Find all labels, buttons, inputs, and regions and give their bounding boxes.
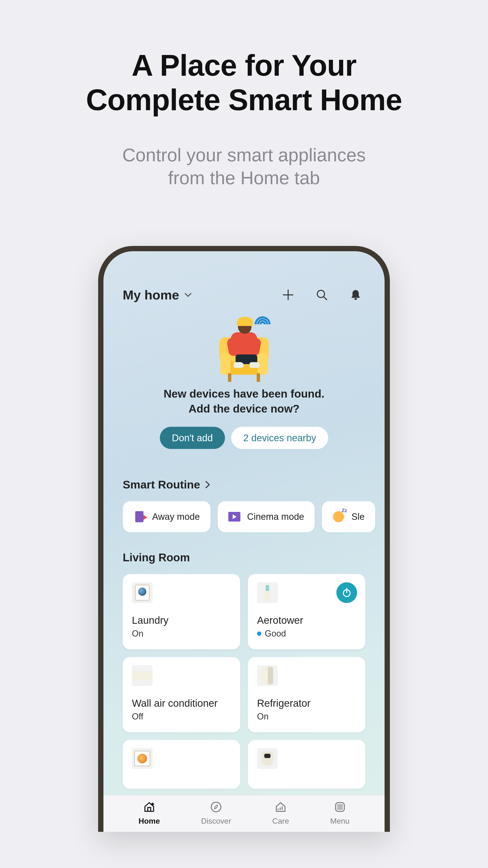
oven-icon xyxy=(132,748,153,769)
robot-icon xyxy=(257,748,278,769)
nav-label: Discover xyxy=(201,817,231,826)
ac-icon xyxy=(132,665,153,686)
cinema-mode-icon xyxy=(228,512,240,522)
banner-line1: New devices have been found. xyxy=(103,386,385,401)
wifi-icon xyxy=(258,316,276,332)
svg-point-2 xyxy=(317,290,325,298)
bell-icon xyxy=(349,289,362,301)
device-card-aerotower[interactable]: Aerotower Good xyxy=(248,574,365,649)
compass-icon xyxy=(209,800,223,814)
dont-add-button[interactable]: Don't add xyxy=(160,427,225,449)
device-card-refrigerator[interactable]: Refrigerator On xyxy=(248,657,365,732)
routine-label: Sle xyxy=(351,512,365,522)
devices-nearby-button[interactable]: 2 devices nearby xyxy=(231,427,328,449)
topbar: My home xyxy=(103,287,385,302)
banner-text: New devices have been found. Add the dev… xyxy=(103,386,385,416)
room-title: Living Room xyxy=(103,551,385,564)
bottom-nav: Home Discover Care xyxy=(103,795,385,832)
banner-illustration xyxy=(216,314,272,382)
hero-sub-line1: Control your smart appliances xyxy=(122,145,366,165)
device-status: On xyxy=(132,628,231,639)
chevron-down-icon xyxy=(184,293,192,297)
aerotower-icon xyxy=(257,582,278,603)
routine-cinema-mode[interactable]: Cinema mode xyxy=(218,501,315,532)
svg-rect-6 xyxy=(148,807,151,811)
nav-label: Home xyxy=(139,817,160,826)
hero-title: A Place for Your Complete Smart Home xyxy=(0,48,488,117)
routines-row[interactable]: Away mode Cinema mode Sle xyxy=(103,501,385,532)
power-button[interactable] xyxy=(336,582,357,603)
home-selector-label: My home xyxy=(123,287,179,302)
device-status: Good xyxy=(257,628,356,639)
add-button[interactable] xyxy=(281,288,295,302)
search-button[interactable] xyxy=(315,288,329,302)
nav-menu[interactable]: Menu xyxy=(330,800,349,826)
device-card-ac[interactable]: Wall air conditioner Off xyxy=(123,657,240,732)
hero-title-line1: A Place for Your xyxy=(132,49,357,82)
routine-label: Cinema mode xyxy=(247,512,304,522)
device-card-partial-right[interactable] xyxy=(248,740,365,789)
device-status-text: Good xyxy=(265,628,286,639)
home-icon xyxy=(143,800,156,814)
plus-icon xyxy=(282,289,295,301)
hero-subtitle: Control your smart appliances from the H… xyxy=(0,144,488,189)
smart-routine-header[interactable]: Smart Routine xyxy=(103,478,385,491)
svg-marker-9 xyxy=(215,805,217,809)
device-name: Wall air conditioner xyxy=(132,698,231,709)
routine-label: Away mode xyxy=(152,512,200,522)
svg-line-3 xyxy=(324,297,327,300)
sleep-mode-icon xyxy=(333,511,344,522)
nav-discover[interactable]: Discover xyxy=(201,800,231,826)
device-card-laundry[interactable]: Laundry On xyxy=(123,574,240,649)
device-name: Aerotower xyxy=(257,615,356,626)
banner-line2: Add the device now? xyxy=(103,401,385,416)
laundry-icon xyxy=(132,582,153,603)
device-card-partial-left[interactable] xyxy=(123,740,240,789)
power-icon xyxy=(341,587,352,598)
nav-label: Menu xyxy=(330,817,349,826)
status-dot-icon xyxy=(257,631,262,636)
device-status: Off xyxy=(132,712,231,722)
nav-care[interactable]: Care xyxy=(272,800,289,826)
device-name: Refrigerator xyxy=(257,698,356,709)
chevron-right-icon xyxy=(205,480,210,489)
hero-sub-line2: from the Home tab xyxy=(168,167,320,188)
search-icon xyxy=(315,289,328,301)
svg-point-8 xyxy=(211,802,221,812)
menu-icon xyxy=(333,800,347,814)
home-selector[interactable]: My home xyxy=(123,287,192,302)
away-mode-icon xyxy=(133,511,145,523)
smart-routine-label: Smart Routine xyxy=(123,478,200,491)
care-icon xyxy=(274,800,287,814)
device-name: Laundry xyxy=(132,615,231,626)
notifications-button[interactable] xyxy=(349,288,362,302)
routine-away-mode[interactable]: Away mode xyxy=(123,501,211,532)
routine-sleep-mode[interactable]: Sle xyxy=(322,501,375,532)
hero-title-line2: Complete Smart Home xyxy=(86,83,402,117)
device-status: On xyxy=(257,712,356,722)
nav-label: Care xyxy=(272,817,289,826)
phone-frame: My home xyxy=(98,246,390,832)
nav-home[interactable]: Home xyxy=(139,800,160,826)
refrigerator-icon xyxy=(257,665,278,686)
device-cards: Laundry On Aerotower xyxy=(103,574,385,789)
svg-point-7 xyxy=(151,803,154,805)
